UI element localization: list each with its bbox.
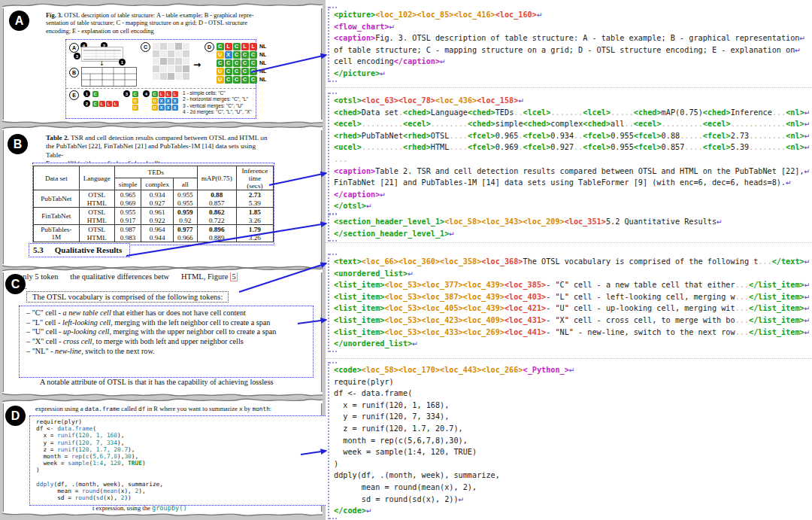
gray-grid-cell [183,65,189,72]
otsl-cell-C: C [241,51,249,59]
otsl-cell-U: U [132,98,138,104]
code-line: y = runif(120, 7, 334), [36,439,323,446]
grid-row: UCCCCNL [216,75,266,84]
otsl-cell-L: L [159,91,165,97]
code-line: <code><loc_58><loc_170><loc_443><loc_266… [334,364,575,376]
code-line: ... [334,154,810,166]
code-line: <otsl><loc_63><loc_78><loc_436><loc_158>… [334,95,810,107]
otsl-cell-U: U [217,51,224,59]
table-cell-value: 1.85 [236,208,273,217]
code-line [36,474,323,481]
table-cell-value: 0.896 [197,225,236,234]
grid-row: UCCCCNL [216,67,266,75]
page-snippet-b: Table 2. TSR and cell detection results … [3,129,322,265]
table-cell-value: 3.26 [236,233,273,242]
otsl-figure: A 4 2 3 [65,39,256,119]
table-header: mAP(0.75) [197,166,236,190]
grid-row: UXXX [151,97,178,104]
otsl-cell-L: L [165,91,171,97]
nl-label: NL [259,44,266,49]
otsl-cell-C: C [250,76,257,84]
otsl-token-grid: CLCLLNLUXCCCNLCCCCCNLUCCCCNLUCCCCNL [216,42,266,84]
otsl-cell-C: C [217,43,224,50]
page-snippet-c: only 5 token the qualitative differences… [3,272,322,393]
table-cell-value: 0.955 [114,208,141,217]
gray-grid-cell [175,58,182,65]
table-skeleton [81,67,137,87]
subfig-label-e: E [69,90,79,100]
code-line: df <- data.frame( [36,425,323,432]
grid-row: CLLL [92,100,119,107]
grid-row: CCCCCNL [216,59,266,67]
doctags-block-code: <code><loc_58><loc_170><loc_443><loc_266… [328,362,575,519]
table-cell-value: 0.955 [174,199,198,208]
table-cell-language: OTSL [79,208,114,217]
example-4-grid: CLLLUXXXUXXX [151,90,178,111]
otsl-cell-C: C [241,68,249,75]
otsl-cell-L: L [172,91,178,97]
subfig-label-a: A [69,43,79,53]
code-line: ) [334,458,575,470]
table-cell-dataset: PubTabNet [34,190,80,208]
code-line: <caption>Fig. 3. OTSL description of tab… [334,32,805,44]
subfig-label-d: D [205,42,214,52]
subfigure-c: C [141,42,189,80]
num-badge-1: 1 [119,59,126,65]
doctags-block-section-header: <section_header_level_1><loc_58><loc_343… [328,214,723,242]
gray-grid-cell [160,43,167,50]
code-line: sd = round(sd(x), 2)) [36,494,323,501]
nl-label: NL [259,68,266,74]
otsl-cell-X: X [165,105,171,111]
gray-grid-cell [168,73,174,80]
code-line: z = runif(120, 1.7, 20.7), [36,446,323,453]
num-badge-3: 3 [74,53,80,59]
table-cell-value: 0.722 [197,216,236,225]
code-line: ddply(df, .(month, week), summarize, [36,481,323,488]
gray-grid-cell [153,43,159,50]
example-4: 4 CLLLUXXXUXXX [143,90,178,111]
legend-line: 2 - horizontal merges: "C", "L" [183,96,252,102]
doctags-block-otsl-table: <otsl><loc_63><loc_78><loc_436><loc_158>… [328,93,810,214]
otsl-cell-C: C [225,76,232,84]
table-cell-value: 0.966 [174,233,198,242]
token-list: – "C" cell - a new table cell that eithe… [19,306,314,378]
code-line: </caption>↵ [334,189,810,201]
example-1-grid: C [92,90,98,97]
code-line: week = sample(1:4, 120, TRUE) [36,460,323,467]
table-header: simple [114,178,141,190]
nl-label: NL [259,52,266,57]
torn-edge-bottom [2,120,323,127]
otsl-figure-bottom-row: E 1 C 2 CLLL 3 CUU [66,88,256,117]
example-3-grid: CUU [132,90,138,111]
otsl-cell-X: X [225,51,232,59]
otsl-cell-C: C [225,68,232,75]
code-line: month = rep(c(5,6,7,8),30), [334,435,575,447]
table-cell-value: 2.73 [236,190,273,199]
block-separator [326,358,812,359]
torn-edge-top [2,396,323,403]
grid-row: CLCLLNL [216,42,266,50]
figure-root: Fig. 3. OTSL description of table struct… [0,0,812,520]
list-item: – "L" cell - left-looking cell, merging … [26,318,306,328]
code-line: require(plyr) [36,418,323,425]
table-header: Language [79,166,114,190]
otsl-cell-C: C [225,59,232,67]
section-number: 5.3 [33,245,44,254]
gray-grid-row [152,72,189,80]
grid-row: CLLL [151,90,178,97]
code-line: <list_item><loc_53><loc_387><loc_439><lo… [334,291,810,303]
otsl-figure-top-row: A 4 2 3 [66,40,256,88]
table-cell-value: 0.977 [174,225,198,234]
code-line: z = runif(120, 1.7, 20.7), [334,423,575,435]
grid-row: UXCCCNL [216,50,266,59]
subfig-label-c: C [141,42,150,52]
table-cell-value: 3.26 [236,216,273,225]
table-header: all [174,178,198,190]
gray-grid-cell [160,58,167,65]
list-item: – "C" cell - a new table cell that eithe… [26,309,306,318]
code-line: <list_item><loc_53><loc_377><loc_439><lo… [334,279,810,291]
gray-grid-row [152,65,189,72]
gray-grid-cell [153,58,159,65]
table-header: TEDs [114,166,197,178]
table-header: complex [141,178,174,190]
